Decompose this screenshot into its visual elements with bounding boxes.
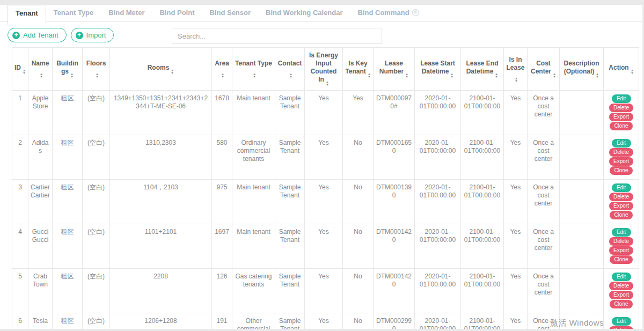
column-header-name[interactable]: Name▲▼ (28, 48, 53, 91)
delete-button[interactable]: Delete (609, 237, 633, 246)
cell-tenant-type: Main tenant (232, 224, 275, 269)
cell-is-energy-input-counted-in: Yes (305, 135, 343, 180)
clone-button[interactable]: Clone (610, 122, 632, 130)
edit-button[interactable]: Edit (612, 317, 631, 326)
cell-floors: (空白) (83, 313, 110, 329)
delete-button[interactable]: Delete (609, 282, 633, 290)
export-button[interactable]: Export (609, 291, 633, 299)
tab-bind-point[interactable]: Bind Point (152, 5, 202, 20)
export-button[interactable]: Export (609, 157, 633, 166)
cell-is-key-tenant: No (343, 313, 374, 329)
column-header-buildings[interactable]: Buildings▲▼ (53, 48, 83, 91)
search-input[interactable] (172, 28, 382, 44)
delete-button[interactable]: Delete (609, 193, 633, 201)
cell-is-key-tenant: Yes (343, 91, 374, 135)
column-label: Area (215, 60, 229, 67)
edit-button[interactable]: Edit (612, 273, 631, 281)
delete-button[interactable]: Delete (609, 104, 633, 112)
cell-contact: Sample Tenant (275, 135, 305, 180)
column-header-floors[interactable]: Floors▲▼ (83, 48, 110, 91)
sort-icon: ▲▼ (450, 73, 453, 78)
sort-icon: ▲▼ (596, 73, 599, 78)
add-tenant-button[interactable]: + Add Tenant (8, 28, 67, 42)
cell-lease-end-datetime: 2100-01-01T00:00:00 (461, 313, 504, 329)
column-header-action[interactable]: Action▲▼ (604, 48, 639, 91)
cell-area: 1697 (212, 224, 232, 269)
column-header-lease-number[interactable]: Lease Number▲▼ (374, 48, 415, 91)
cell-tenant-type: Main tenant (232, 180, 275, 224)
export-button[interactable]: Export (609, 246, 633, 255)
table-row: 1Apple Store租区(空白)1349+1350+1351+2341+23… (12, 91, 639, 135)
cell-buildings: 租区 (53, 91, 83, 135)
cell-description-optional (560, 180, 604, 224)
cell-action: EditDeleteExportClone (604, 224, 639, 269)
tab-tenant[interactable]: Tenant (8, 5, 46, 25)
cell-id: 1 (12, 91, 28, 135)
clone-button[interactable]: Clone (610, 255, 632, 264)
clone-button[interactable]: Clone (610, 300, 632, 308)
cell-cost-center: Once a cost center (528, 91, 560, 135)
content-panel: TenantTenant TypeBind MeterBind PointBin… (0, 5, 642, 329)
clone-button[interactable]: Clone (610, 211, 632, 219)
column-header-lease-end-datetime[interactable]: Lease End Datetime▲▼ (461, 48, 504, 91)
import-button[interactable]: + Import (71, 28, 114, 42)
edit-button[interactable]: Edit (612, 139, 631, 148)
edit-button[interactable]: Edit (612, 94, 631, 103)
cell-buildings: 租区 (53, 224, 83, 269)
column-header-rooms[interactable]: Rooms▲▼ (110, 48, 212, 91)
cell-action: EditDeleteExportClone (604, 269, 639, 313)
tab-tenant-type[interactable]: Tenant Type (46, 5, 101, 20)
sort-icon: ▲▼ (495, 73, 498, 78)
column-header-description-optional[interactable]: Description (Optional)▲▼ (560, 48, 604, 91)
sort-icon: ▲▼ (515, 77, 518, 83)
cell-floors: (空白) (83, 91, 110, 135)
column-label: Contact (278, 60, 302, 67)
add-tenant-label: Add Tenant (23, 31, 58, 39)
tab-bind-sensor[interactable]: Bind Sensor (202, 5, 258, 20)
edit-button[interactable]: Edit (612, 183, 631, 192)
tab-label: Bind Command (358, 9, 409, 17)
column-header-is-energy-input-counted-in[interactable]: Is Energy Input Counted In▲▼ (305, 48, 343, 91)
column-header-area[interactable]: Area▲▼ (212, 48, 232, 91)
cell-rooms: 1104，2103 (110, 180, 212, 224)
edit-button[interactable]: Edit (612, 228, 631, 237)
sort-icon: ▲▼ (289, 73, 292, 78)
column-header-is-key-tenant[interactable]: Is Key Tenant▲▼ (343, 48, 374, 91)
column-header-contact[interactable]: Contact▲▼ (275, 48, 305, 91)
column-header-cost-center[interactable]: Cost Center▲▼ (528, 48, 560, 91)
table-row: 4Gucci Gucci租区(空白)1101+21011697Main tena… (12, 224, 639, 269)
tab-bind-command[interactable]: Bind Command≡ (350, 5, 427, 20)
tab-label: Bind Working Calendar (266, 9, 343, 17)
column-header-id[interactable]: ID▲▼ (12, 48, 28, 91)
delete-button[interactable]: Delete (609, 326, 633, 329)
cell-is-energy-input-counted-in: Yes (305, 224, 343, 269)
column-header-is-in-lease[interactable]: Is In Lease▲▼ (504, 48, 528, 91)
column-header-tenant-type[interactable]: Tenant Type▲▼ (232, 48, 275, 91)
tab-label: Bind Point (159, 9, 194, 17)
column-label: Rooms (148, 64, 170, 71)
cell-buildings: 租区 (53, 135, 83, 180)
tab-label: Tenant Type (54, 9, 94, 17)
cell-description-optional (560, 224, 604, 269)
clone-button[interactable]: Clone (610, 166, 632, 175)
plus-circle-icon: + (76, 32, 83, 39)
tab-bind-meter[interactable]: Bind Meter (101, 5, 152, 20)
column-label: Floors (86, 60, 106, 67)
cell-action: EditDeleteExportClone (604, 180, 639, 224)
cell-id: 4 (12, 224, 28, 269)
column-header-lease-start-datetime[interactable]: Lease Start Datetime▲▼ (415, 48, 461, 91)
cell-lease-start-datetime: 2020-01-01T00:00:00 (415, 224, 461, 269)
cell-name: Adidas (28, 135, 53, 180)
cell-cost-center: Once a cost center (528, 135, 560, 180)
cell-description-optional (560, 135, 604, 180)
tab-bind-working-calendar[interactable]: Bind Working Calendar (258, 5, 350, 20)
cell-is-energy-input-counted-in: Yes (305, 269, 343, 313)
tab-label: Bind Meter (108, 9, 144, 17)
delete-button[interactable]: Delete (609, 148, 633, 157)
export-button[interactable]: Export (609, 113, 633, 121)
cell-lease-end-datetime: 2100-01-01T00:00:00 (461, 135, 504, 180)
sort-icon: ▲▼ (553, 73, 556, 78)
tab-label: Bind Sensor (209, 9, 251, 17)
export-button[interactable]: Export (609, 202, 633, 210)
cell-rooms: 1310,2303 (110, 135, 212, 180)
